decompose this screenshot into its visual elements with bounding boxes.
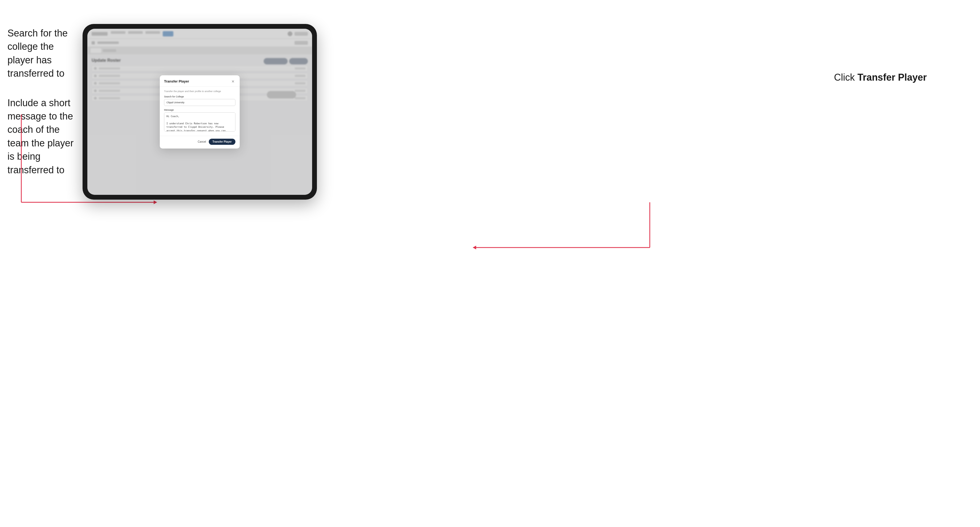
annotation-click-text: Click bbox=[834, 72, 858, 83]
modal-description: Transfer the player and their profile to… bbox=[164, 90, 235, 93]
annotation-search-text: Search for the college the player has tr… bbox=[8, 27, 82, 80]
svg-marker-5 bbox=[473, 246, 476, 249]
transfer-player-button[interactable]: Transfer Player bbox=[209, 139, 235, 145]
modal-close-button[interactable]: ✕ bbox=[231, 79, 235, 84]
modal-title: Transfer Player bbox=[164, 79, 189, 83]
modal-header: Transfer Player ✕ bbox=[160, 75, 240, 87]
svg-marker-2 bbox=[154, 200, 157, 204]
modal-body: Transfer the player and their profile to… bbox=[160, 87, 240, 136]
modal-footer: Cancel Transfer Player bbox=[160, 136, 240, 149]
annotation-left: Search for the college the player has tr… bbox=[8, 27, 82, 177]
tablet-screen: Update Roster bbox=[88, 29, 312, 195]
search-college-label: Search for College bbox=[164, 95, 235, 98]
transfer-player-modal: Transfer Player ✕ Transfer the player an… bbox=[160, 75, 240, 149]
message-label: Message bbox=[164, 109, 235, 111]
search-college-input[interactable] bbox=[164, 99, 235, 106]
annotation-right: Click Transfer Player bbox=[834, 72, 927, 83]
annotation-message-text: Include a short message to the coach of … bbox=[8, 96, 82, 177]
cancel-button[interactable]: Cancel bbox=[198, 140, 206, 143]
modal-overlay: Transfer Player ✕ Transfer the player an… bbox=[88, 29, 312, 195]
message-textarea[interactable]: Hi Coach, I understand Chris Robertson h… bbox=[164, 112, 235, 132]
annotation-transfer-text: Transfer Player bbox=[858, 72, 927, 83]
tablet-frame: Update Roster bbox=[83, 24, 317, 200]
